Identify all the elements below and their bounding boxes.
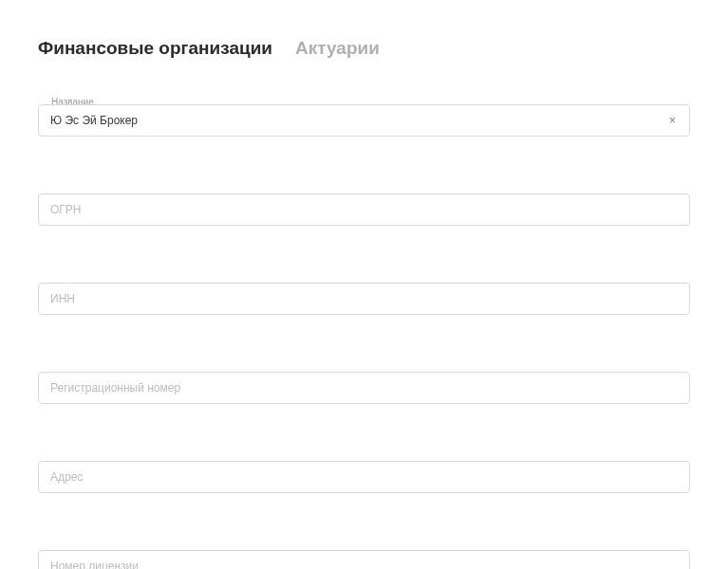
license-number-input[interactable] — [39, 551, 689, 569]
clear-icon[interactable]: × — [665, 111, 680, 130]
field-wrap-ogrn — [38, 193, 690, 226]
reg-number-field-container — [38, 372, 690, 404]
name-field-container: × — [38, 104, 690, 137]
address-input[interactable] — [39, 462, 689, 492]
tab-actuaries[interactable]: Актуарии — [295, 38, 380, 59]
field-wrap-address — [38, 461, 690, 493]
field-wrap-reg-number — [38, 372, 690, 404]
license-field-container — [38, 550, 690, 569]
address-field-container — [38, 461, 690, 493]
inn-input[interactable] — [39, 284, 689, 314]
ogrn-input[interactable] — [39, 194, 689, 225]
tab-financial-orgs[interactable]: Финансовые организации — [38, 38, 272, 59]
field-wrap-name: Название × — [38, 104, 690, 137]
inn-field-container — [38, 283, 690, 315]
field-wrap-license — [38, 550, 690, 569]
tabs: Финансовые организации Актуарии — [38, 38, 690, 59]
search-form: Финансовые организации Актуарии Название… — [0, 0, 728, 569]
field-wrap-inn — [38, 283, 690, 315]
ogrn-field-container — [38, 193, 690, 226]
reg-number-input[interactable] — [39, 373, 689, 403]
name-input[interactable] — [39, 105, 689, 136]
